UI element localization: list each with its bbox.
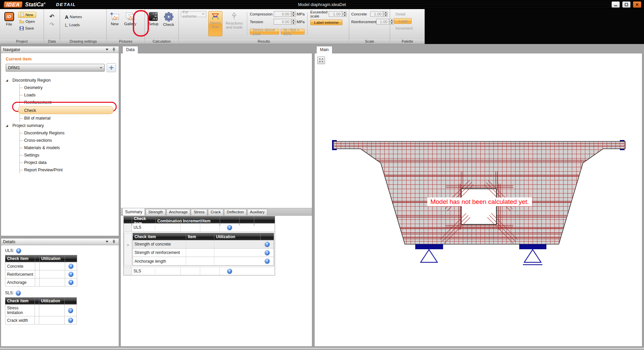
stress-above-yield-button[interactable]: Stress above yield (250, 29, 279, 35)
help-icon[interactable]: ? (68, 264, 73, 269)
sls-row[interactable]: SLS ? (124, 267, 275, 275)
tree-node-report-preview[interactable]: Report Preview/Print (20, 166, 116, 174)
product-name: StatiCa® (25, 2, 46, 8)
table-row[interactable]: Concrete? (5, 262, 77, 270)
scale-concrete-spinner[interactable]: 1.00 (370, 11, 388, 17)
spin-up-icon[interactable] (342, 11, 347, 14)
picture-gallery-button[interactable]: Gallery (123, 11, 138, 38)
maximize-button[interactable] (622, 1, 631, 8)
undo-button[interactable]: ↶ (48, 13, 56, 20)
help-icon[interactable]: ? (265, 250, 270, 255)
fullscreen-button[interactable] (317, 56, 325, 64)
help-icon[interactable]: ? (227, 225, 232, 230)
help-icon[interactable]: ? (68, 308, 73, 313)
tab-summary[interactable]: Summary (122, 208, 145, 215)
loads-toggle[interactable]: L Loads (63, 22, 83, 28)
spin-down-icon[interactable] (383, 14, 388, 17)
spin-down-icon[interactable] (342, 14, 347, 17)
tree-node-discontinuity-regions[interactable]: Discontinuity Regions (20, 129, 116, 137)
tree-node-cross-sections[interactable]: Cross-sections (20, 137, 116, 144)
current-item-dropdown[interactable]: DRM1 (6, 64, 105, 72)
pin-icon[interactable] (112, 48, 115, 52)
tree-node-project-summary[interactable]: ◢ Project summary (6, 122, 116, 129)
tree-expanded-icon[interactable]: ◢ (6, 124, 10, 127)
tree-node-geometry[interactable]: Geometry (20, 84, 116, 91)
names-toggle[interactable]: A Names (63, 14, 83, 20)
tree-node-materials-models[interactable]: Materials & models (20, 144, 116, 151)
table-row[interactable]: Reinforcement? (5, 270, 77, 278)
uls-details-table: Check itemUtilization Concrete? Reinforc… (5, 255, 77, 287)
help-icon[interactable]: ? (265, 259, 270, 264)
open-button[interactable]: Open (18, 18, 36, 25)
help-icon[interactable]: ? (265, 242, 270, 247)
compression-unit: MPa (297, 12, 305, 16)
exceeded-scale-spinner[interactable]: 1.00 (329, 11, 347, 17)
table-row[interactable]: Anchorage? (5, 278, 77, 287)
add-item-button[interactable]: + (107, 63, 116, 72)
tree-node-discontinuity-region[interactable]: ◢ Discontinuity Region (6, 77, 116, 84)
redo-button[interactable]: ↷ (48, 21, 56, 28)
compression-spinner[interactable]: 0.00 (274, 11, 296, 17)
document-title: Model diaphragm.ideaDet (0, 2, 644, 7)
for-extreme-dropdown[interactable]: For extreme (181, 11, 206, 17)
table-row[interactable]: Strength of reinforcement ? (133, 249, 274, 257)
table-row[interactable]: Strength of concrete ? (133, 240, 274, 249)
setup-button[interactable]: 1,15 90 25.8 Setup (147, 11, 160, 38)
table-row[interactable]: Anchorage length ? (133, 257, 274, 265)
close-button[interactable] (633, 1, 641, 8)
uls-label: ULS: (5, 248, 14, 253)
tab-deflection[interactable]: Deflection (224, 209, 247, 215)
check-button[interactable]: Check (162, 11, 175, 38)
tree-node-project-data[interactable]: Project data (20, 159, 116, 166)
tree-node-settings[interactable]: Settings (20, 151, 116, 159)
palette-detail-button[interactable]: Detail (394, 11, 423, 17)
reactions-loads-button[interactable]: Reactionsand loads (224, 11, 244, 36)
spin-up-icon[interactable] (383, 11, 388, 14)
table-row[interactable]: Crack width? (5, 316, 77, 324)
row-expander[interactable]: > (124, 233, 132, 266)
label-extreme-button[interactable]: Label extreme (310, 19, 342, 25)
main-panel-tab[interactable]: Main (316, 46, 332, 53)
spin-down-icon[interactable] (291, 22, 296, 25)
tree-node-loads[interactable]: Loads (20, 91, 116, 99)
table-row[interactable]: Stress limitation? (5, 305, 77, 316)
spin-up-icon[interactable] (291, 19, 296, 22)
tab-strength[interactable]: Strength (146, 209, 165, 215)
help-icon[interactable]: ? (68, 280, 73, 285)
bond-check-button[interactable]: τb / fbd > 95% (281, 29, 305, 35)
minimize-button[interactable] (611, 1, 620, 8)
file-button[interactable]: ID File (2, 11, 16, 38)
help-icon[interactable]: ? (227, 269, 232, 274)
stress-flow-icon (211, 12, 220, 20)
tab-crack[interactable]: Crack (208, 209, 223, 215)
palette-increment-button[interactable]: Increment (394, 25, 423, 31)
dropdown-arrow-icon (100, 67, 102, 69)
tree-expanded-icon[interactable]: ◢ (6, 79, 10, 82)
tab-auxiliary[interactable]: Auxiliary (247, 209, 267, 215)
collapse-icon[interactable] (106, 49, 108, 50)
tree-node-check[interactable]: Check (20, 106, 116, 115)
new-project-button[interactable]: New (18, 12, 36, 18)
main-panel: Model has not been calculated yet. (314, 53, 642, 347)
tab-stress[interactable]: Stress (191, 209, 207, 215)
tree-node-reinforcement[interactable]: Reinforcement (20, 99, 116, 106)
help-icon[interactable]: ? (68, 272, 73, 277)
picture-new-button[interactable]: New (109, 11, 121, 38)
spin-up-icon[interactable] (291, 11, 296, 14)
help-icon[interactable]: ? (16, 291, 21, 296)
tension-spinner[interactable]: 0.00 (274, 19, 296, 25)
collapse-icon[interactable] (106, 241, 108, 243)
pin-icon[interactable] (112, 240, 115, 244)
save-button[interactable]: Save (18, 25, 36, 31)
help-icon[interactable]: ? (16, 248, 21, 253)
tab-anchorage[interactable]: Anchorage (166, 209, 191, 215)
data-panel-tab[interactable]: Data (122, 46, 138, 53)
divider (247, 12, 247, 35)
tree-node-bill-of-material[interactable]: Bill of material (20, 115, 116, 122)
palette-load-button[interactable]: Load (394, 18, 412, 24)
help-icon[interactable]: ? (68, 318, 73, 323)
stress-flow-button[interactable]: Stress flow (208, 11, 222, 36)
spin-down-icon[interactable] (291, 14, 296, 17)
tension-label: Tension (250, 20, 263, 24)
ribbon-group-scale: Concrete 1.00 Reinforcement 1.00 Scale (349, 9, 390, 44)
